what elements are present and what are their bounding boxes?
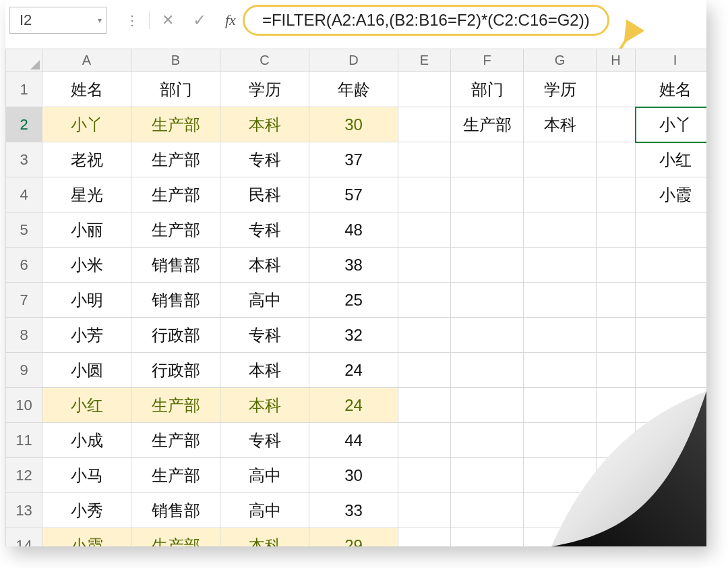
main-cell-name[interactable]: 小马 — [42, 458, 131, 493]
main-header-age[interactable]: 年龄 — [309, 72, 398, 107]
main-cell-name[interactable]: 小芳 — [42, 318, 131, 353]
main-cell-edu[interactable]: 专科 — [220, 212, 309, 248]
main-cell-edu[interactable]: 本科 — [220, 388, 309, 423]
cell[interactable] — [451, 493, 524, 528]
cell[interactable] — [524, 248, 597, 283]
cell[interactable] — [398, 107, 451, 142]
main-cell-name[interactable]: 小红 — [42, 388, 131, 423]
main-cell-age[interactable]: 24 — [309, 388, 398, 423]
main-cell-dept[interactable]: 生产部 — [131, 142, 220, 177]
cell[interactable] — [597, 353, 636, 388]
cell[interactable] — [451, 177, 524, 212]
cell[interactable] — [597, 388, 636, 423]
cell[interactable] — [597, 248, 636, 283]
cell[interactable] — [398, 283, 451, 318]
cell[interactable] — [524, 212, 597, 248]
cell[interactable] — [597, 528, 636, 547]
main-cell-dept[interactable]: 销售部 — [131, 283, 220, 318]
row-header[interactable]: 7 — [6, 283, 42, 318]
cell[interactable] — [524, 423, 597, 458]
main-cell-name[interactable]: 星光 — [42, 177, 131, 212]
cell[interactable] — [524, 493, 597, 528]
cell[interactable] — [597, 423, 636, 458]
main-cell-edu[interactable]: 本科 — [220, 353, 309, 388]
main-cell-edu[interactable]: 专科 — [220, 423, 309, 458]
criteria-header-dept[interactable]: 部门 — [451, 72, 524, 107]
main-cell-age[interactable]: 33 — [309, 493, 398, 528]
main-cell-edu[interactable]: 民科 — [220, 177, 309, 212]
row-header[interactable]: 5 — [6, 212, 42, 248]
main-cell-age[interactable]: 48 — [309, 212, 398, 248]
col-header-G[interactable]: G — [524, 49, 597, 72]
main-cell-dept[interactable]: 生产部 — [131, 212, 220, 248]
main-cell-name[interactable]: 小丽 — [42, 212, 131, 248]
result-cell[interactable] — [636, 248, 707, 283]
criteria-value-dept[interactable]: 生产部 — [451, 107, 524, 142]
col-header-B[interactable]: B — [131, 49, 220, 72]
cell[interactable] — [524, 388, 597, 423]
main-cell-name[interactable]: 小丫 — [42, 107, 131, 142]
col-header-E[interactable]: E — [398, 49, 451, 72]
cell[interactable] — [398, 142, 451, 177]
main-cell-age[interactable]: 37 — [309, 142, 398, 177]
cell[interactable] — [451, 388, 524, 423]
fx-icon[interactable]: fx — [225, 11, 236, 29]
row-header[interactable]: 3 — [6, 142, 42, 177]
main-cell-edu[interactable]: 本科 — [220, 528, 309, 547]
result-cell[interactable] — [636, 423, 707, 458]
col-header-C[interactable]: C — [220, 49, 309, 72]
main-cell-age[interactable]: 30 — [309, 107, 398, 142]
cell[interactable] — [597, 283, 636, 318]
cell[interactable] — [398, 212, 451, 248]
cell[interactable] — [451, 318, 524, 353]
cell[interactable] — [451, 248, 524, 283]
col-header-D[interactable]: D — [309, 49, 398, 72]
main-cell-name[interactable]: 小成 — [42, 423, 131, 458]
main-cell-edu[interactable]: 高中 — [220, 458, 309, 493]
cell[interactable] — [451, 142, 524, 177]
main-cell-age[interactable]: 44 — [309, 423, 398, 458]
result-cell[interactable] — [636, 458, 707, 493]
cell[interactable] — [597, 318, 636, 353]
cell[interactable] — [398, 528, 451, 547]
cell[interactable] — [451, 353, 524, 388]
cell[interactable] — [524, 283, 597, 318]
main-cell-dept[interactable]: 销售部 — [131, 493, 220, 528]
row-header[interactable]: 10 — [6, 388, 42, 423]
row-header[interactable]: 13 — [6, 493, 42, 528]
row-header[interactable]: 1 — [6, 72, 42, 107]
cell[interactable] — [597, 458, 636, 493]
main-cell-age[interactable]: 32 — [309, 318, 398, 353]
main-cell-age[interactable]: 24 — [309, 353, 398, 388]
cell[interactable] — [398, 72, 451, 107]
confirm-icon[interactable]: ✓ — [193, 11, 206, 30]
result-cell[interactable] — [636, 283, 707, 318]
main-cell-dept[interactable]: 生产部 — [131, 423, 220, 458]
name-box[interactable]: I2 ▾ — [9, 7, 107, 34]
main-cell-age[interactable]: 29 — [309, 528, 398, 547]
cell[interactable] — [524, 177, 597, 212]
main-cell-dept[interactable]: 生产部 — [131, 388, 220, 423]
cell[interactable] — [597, 142, 636, 177]
cell[interactable] — [451, 458, 524, 493]
result-cell[interactable]: 小红 — [636, 142, 707, 177]
spreadsheet-grid[interactable]: A B C D E F G H I 1姓名部门学历年龄部门学历姓名2小丫生产部本… — [5, 49, 706, 546]
cell[interactable] — [524, 528, 597, 547]
cell[interactable] — [451, 423, 524, 458]
cell[interactable] — [398, 388, 451, 423]
criteria-value-edu[interactable]: 本科 — [524, 107, 597, 142]
name-box-dropdown-icon[interactable]: ▾ — [98, 16, 102, 25]
main-cell-name[interactable]: 小秀 — [42, 493, 131, 528]
main-cell-dept[interactable]: 生产部 — [131, 528, 220, 547]
result-cell[interactable]: 小霞 — [636, 177, 707, 212]
main-cell-dept[interactable]: 销售部 — [131, 248, 220, 283]
select-all-corner[interactable] — [6, 49, 42, 72]
active-cell[interactable]: 小丫 — [636, 107, 707, 142]
row-header[interactable]: 11 — [6, 423, 42, 458]
main-cell-age[interactable]: 57 — [309, 177, 398, 212]
main-cell-dept[interactable]: 生产部 — [131, 107, 220, 142]
cell[interactable] — [597, 107, 636, 142]
main-cell-name[interactable]: 小圆 — [42, 353, 131, 388]
main-cell-age[interactable]: 25 — [309, 283, 398, 318]
main-cell-edu[interactable]: 高中 — [220, 493, 309, 528]
